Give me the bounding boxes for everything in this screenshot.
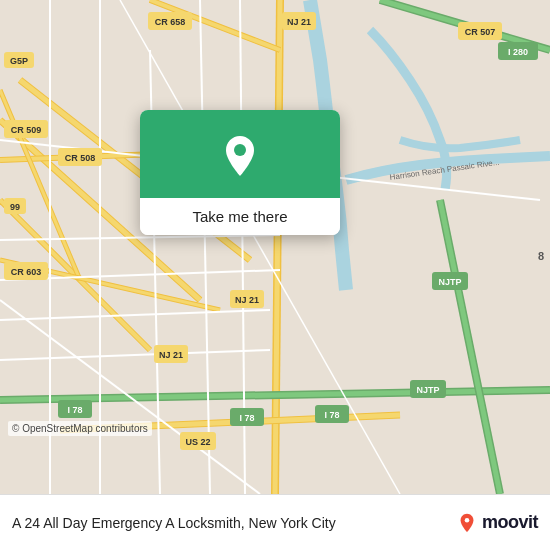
moovit-brand-text: moovit <box>482 512 538 533</box>
svg-text:NJTP: NJTP <box>438 277 461 287</box>
tooltip-card: Take me there <box>140 110 340 235</box>
svg-text:NJ 21: NJ 21 <box>287 17 311 27</box>
map-attribution: © OpenStreetMap contributors <box>8 421 152 436</box>
svg-point-74 <box>234 144 246 156</box>
map-container: CR 658 NJ 21 CR 507 I 280 G5P CR 509 CR … <box>0 0 550 494</box>
svg-point-75 <box>465 517 470 522</box>
svg-text:8: 8 <box>538 250 544 262</box>
take-me-there-button[interactable]: Take me there <box>140 198 340 235</box>
moovit-logo: moovit <box>456 512 538 534</box>
svg-text:NJ 21: NJ 21 <box>235 295 259 305</box>
svg-text:CR 658: CR 658 <box>155 17 186 27</box>
business-name: A 24 All Day Emergency A Locksmith, New … <box>12 515 448 531</box>
svg-text:CR 603: CR 603 <box>11 267 42 277</box>
svg-text:US 22: US 22 <box>185 437 210 447</box>
tooltip-green-section <box>140 110 340 198</box>
svg-text:99: 99 <box>10 202 20 212</box>
svg-text:CR 507: CR 507 <box>465 27 496 37</box>
svg-text:NJ 21: NJ 21 <box>159 350 183 360</box>
moovit-pin-icon <box>456 512 478 534</box>
svg-text:G5P: G5P <box>10 56 28 66</box>
location-pin-icon <box>216 132 264 180</box>
svg-text:CR 509: CR 509 <box>11 125 42 135</box>
svg-text:I 78: I 78 <box>324 410 339 420</box>
svg-text:I 78: I 78 <box>67 405 82 415</box>
svg-text:I 280: I 280 <box>508 47 528 57</box>
bottom-bar: A 24 All Day Emergency A Locksmith, New … <box>0 494 550 550</box>
svg-text:NJTP: NJTP <box>416 385 439 395</box>
svg-text:CR 508: CR 508 <box>65 153 96 163</box>
svg-text:I 78: I 78 <box>239 413 254 423</box>
